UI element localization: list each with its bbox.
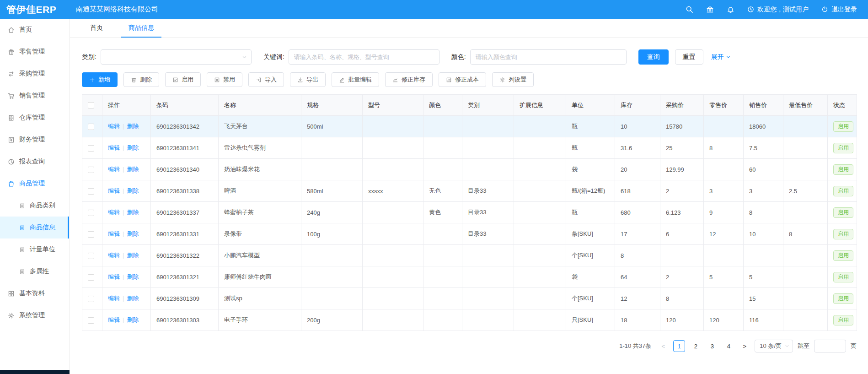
export-button[interactable]: 导出 (290, 72, 326, 87)
delete-link[interactable]: 删除 (127, 187, 139, 194)
sidebar-item-basic-data[interactable]: 基本资料 (0, 282, 69, 304)
sidebar-item-sales[interactable]: 销售管理 (0, 85, 69, 107)
jump-page-input[interactable] (814, 340, 846, 352)
cell-color (423, 245, 462, 266)
edit-link[interactable]: 编辑 (108, 316, 120, 323)
sidebar-item-home[interactable]: 首页 (0, 19, 69, 41)
column-set-button[interactable]: 列设置 (492, 72, 534, 87)
sidebar-item-measure-unit[interactable]: 计量单位 (0, 238, 69, 260)
status-badge: 启用 (833, 164, 853, 175)
organization-icon[interactable] (706, 5, 714, 13)
enable-button[interactable]: 启用 (165, 72, 201, 87)
select-all-checkbox[interactable] (88, 102, 94, 108)
row-actions: 编辑|删除 (102, 309, 151, 331)
edit-link[interactable]: 编辑 (108, 166, 120, 173)
sidebar-item-report[interactable]: 报表查询 (0, 151, 69, 173)
delete-button[interactable]: 删除 (123, 72, 159, 87)
edit-link[interactable]: 编辑 (108, 187, 120, 194)
delete-link[interactable]: 删除 (127, 316, 139, 323)
link-separator: | (123, 230, 124, 237)
page-button-2[interactable]: 2 (690, 340, 702, 352)
keyword-input[interactable] (289, 49, 439, 65)
search-button[interactable]: 查询 (638, 49, 669, 65)
delete-link[interactable]: 删除 (127, 209, 139, 216)
sidebar-item-multi-attribute[interactable]: 多属性 (0, 260, 69, 282)
delete-link[interactable]: 删除 (127, 166, 139, 173)
delete-link[interactable]: 删除 (127, 295, 139, 302)
sidebar-item-goods-info[interactable]: 商品信息 (0, 217, 69, 238)
row-checkbox[interactable] (88, 124, 94, 130)
page-size-select[interactable]: 10 条/页 (755, 340, 793, 352)
sidebar-item-purchase[interactable]: 采购管理 (0, 63, 69, 85)
logout-button[interactable]: 退出登录 (821, 5, 857, 14)
sidebar: 首页 零售管理 采购管理 销售管理 仓库 (0, 19, 70, 374)
row-checkbox[interactable] (88, 317, 94, 324)
edit-link[interactable]: 编辑 (108, 230, 120, 237)
fix-stock-button[interactable]: 修正库存 (385, 72, 433, 87)
sidebar-item-retail[interactable]: 零售管理 (0, 41, 69, 63)
sidebar-item-finance[interactable]: 财务管理 (0, 129, 69, 151)
row-checkbox[interactable] (88, 145, 94, 152)
row-checkbox[interactable] (88, 210, 94, 216)
batch-edit-button[interactable]: 批量编辑 (332, 72, 379, 87)
sidebar-item-system[interactable]: 系统管理 (0, 304, 69, 326)
tab-product-info[interactable]: 商品信息 (121, 19, 161, 38)
sidebar-item-goods[interactable]: 商品管理 (0, 173, 69, 195)
row-checkbox[interactable] (88, 296, 94, 302)
bell-icon[interactable] (727, 5, 734, 13)
edit-link[interactable]: 编辑 (108, 209, 120, 216)
cell-name: 蜂蜜柚子茶 (219, 202, 301, 223)
expand-link[interactable]: 展开 (711, 53, 731, 61)
fix-cost-button[interactable]: 修正成本 (439, 72, 486, 87)
edit-link[interactable]: 编辑 (108, 273, 120, 280)
delete-link[interactable]: 删除 (127, 123, 139, 130)
cell-color: 无色 (423, 180, 462, 202)
row-checkbox[interactable] (88, 274, 94, 281)
cell-color: 黄色 (423, 202, 462, 223)
sidebar-item-label: 财务管理 (19, 136, 45, 144)
cell-stock: 12 (615, 288, 660, 309)
add-button[interactable]: 新增 (82, 72, 118, 87)
status-badge: 启用 (833, 293, 853, 304)
cell-purchase-price: 6.123 (660, 202, 704, 223)
cell-category (462, 309, 514, 331)
welcome-user[interactable]: 欢迎您，测试用户 (747, 5, 809, 14)
delete-link[interactable]: 删除 (127, 230, 139, 237)
toolbar-button-label: 删除 (140, 76, 152, 84)
next-page-button[interactable]: > (739, 343, 750, 350)
row-checkbox[interactable] (88, 231, 94, 238)
delete-link[interactable]: 删除 (127, 273, 139, 280)
page-button-4[interactable]: 4 (723, 340, 734, 352)
sidebar-collapse-bar[interactable] (0, 370, 70, 374)
cell-model (363, 116, 423, 137)
sidebar-item-label: 多属性 (30, 267, 49, 276)
tab-home[interactable]: 首页 (83, 19, 110, 38)
sidebar-item-goods-category[interactable]: 商品类别 (0, 195, 69, 217)
row-checkbox[interactable] (88, 167, 94, 173)
import-button[interactable]: 导入 (248, 72, 284, 87)
color-input[interactable] (470, 49, 627, 65)
sidebar-item-warehouse[interactable]: 仓库管理 (0, 107, 69, 129)
delete-link[interactable]: 删除 (127, 252, 139, 259)
edit-link[interactable]: 编辑 (108, 123, 120, 130)
category-select[interactable] (101, 49, 252, 65)
delete-link[interactable]: 删除 (127, 144, 139, 151)
row-checkbox[interactable] (88, 188, 94, 195)
disable-button[interactable]: 禁用 (207, 72, 242, 87)
row-checkbox[interactable] (88, 253, 94, 259)
cell-retail-price (704, 288, 744, 309)
pagination: 1-10 共37条 < 1 2 3 4 > 10 条/页 跳至 页 (82, 340, 857, 352)
cell-stock: 680 (615, 202, 660, 223)
prev-page-button[interactable]: < (658, 343, 669, 350)
color-label: 颜色: (451, 53, 466, 61)
page-button-3[interactable]: 3 (706, 340, 718, 352)
cell-stock: 64 (615, 266, 660, 288)
reset-button[interactable]: 重置 (675, 49, 703, 65)
edit-link[interactable]: 编辑 (108, 295, 120, 302)
page-button-1[interactable]: 1 (673, 340, 685, 352)
edit-link[interactable]: 编辑 (108, 252, 120, 259)
row-actions: 编辑|删除 (102, 116, 151, 137)
search-icon[interactable] (686, 5, 693, 13)
cell-sale-price (744, 245, 783, 266)
edit-link[interactable]: 编辑 (108, 144, 120, 151)
